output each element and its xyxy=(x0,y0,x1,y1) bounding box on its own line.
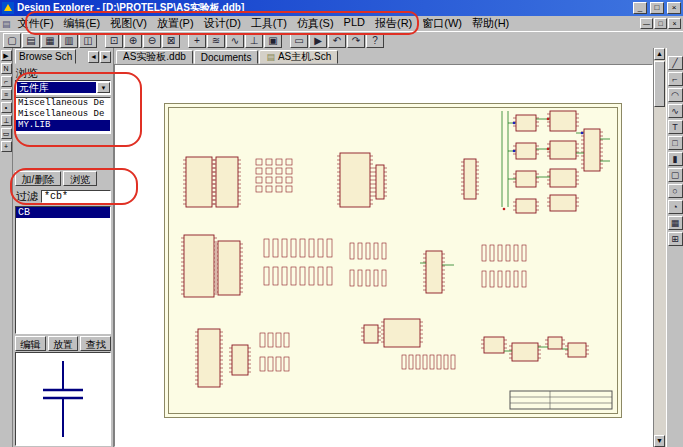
content-area: ▶N⌐≡•⊥▭+ Browse Sch ◄ ► 浏览 元件库 ▼ Miscell… xyxy=(0,48,683,447)
ellipse-tool-icon[interactable]: ○ xyxy=(668,184,683,198)
schematic-canvas[interactable] xyxy=(114,64,653,447)
add-remove-button[interactable]: 加/删除 xyxy=(15,171,61,186)
menu-item-9[interactable]: 报告(R) xyxy=(370,16,417,31)
component-actions: 编辑放置查找 xyxy=(15,336,111,351)
library-list-item[interactable]: MY.LIB xyxy=(16,120,110,131)
library-type-dropdown[interactable]: 元件库 ▼ xyxy=(15,80,111,95)
tab-browse-sch[interactable]: Browse Sch xyxy=(15,49,76,64)
scrollbar-thumb[interactable] xyxy=(654,61,665,107)
net-label-icon[interactable]: N xyxy=(1,63,12,74)
simulate-icon[interactable]: ▶ xyxy=(309,33,327,48)
edit-button[interactable]: 编辑 xyxy=(15,336,46,351)
place-button[interactable]: 放置 xyxy=(48,336,79,351)
zoom-all-icon[interactable]: ⊠ xyxy=(162,33,180,48)
new-document-icon[interactable]: ▢ xyxy=(3,33,21,48)
minimize-button[interactable]: _ xyxy=(633,2,647,14)
scroll-up-icon[interactable]: ▲ xyxy=(654,48,665,60)
maximize-button[interactable]: □ xyxy=(650,2,664,14)
library-list-item[interactable]: Miscellaneous De xyxy=(16,109,110,120)
line-tool-icon[interactable]: ╱ xyxy=(668,56,683,70)
component-list[interactable]: CB xyxy=(15,206,111,334)
editor-area: AS实验板.ddbDocuments▤AS主机.Sch xyxy=(114,48,653,447)
arc-tool-icon[interactable]: ◠ xyxy=(668,88,683,102)
polyline-tool-icon[interactable]: ⌐ xyxy=(668,72,683,86)
library-list-item[interactable]: Miscellaneous De xyxy=(16,98,110,109)
tab-label: AS实验板.ddb xyxy=(123,50,186,64)
toolbar-separator xyxy=(181,33,187,48)
menu-item-1[interactable]: 文件(F) xyxy=(13,16,59,31)
part-icon[interactable]: ▣ xyxy=(264,33,282,48)
tab-1[interactable]: AS实验板.ddb xyxy=(116,50,193,64)
zoom-window-icon[interactable]: ⊡ xyxy=(105,33,123,48)
menu-item-2[interactable]: 编辑(E) xyxy=(59,16,106,31)
find-button[interactable]: 查找 xyxy=(80,336,111,351)
filled-rect-tool-icon[interactable]: ▮ xyxy=(668,152,683,166)
child-restore-icon[interactable]: □ xyxy=(654,18,667,29)
redo-icon[interactable]: ↷ xyxy=(347,33,365,48)
menu-item-3[interactable]: 视图(V) xyxy=(105,16,152,31)
wire-icon[interactable]: ⌐ xyxy=(1,76,12,87)
menu-item-7[interactable]: 仿真(S) xyxy=(292,16,339,31)
menu-item-6[interactable]: 工具(T) xyxy=(246,16,292,31)
menu-item-4[interactable]: 放置(P) xyxy=(152,16,199,31)
browse-sch-panel: Browse Sch ◄ ► 浏览 元件库 ▼ Miscellaneous De… xyxy=(13,48,114,447)
schematic-sheet-svg xyxy=(164,103,622,418)
menu-item-8[interactable]: PLD xyxy=(339,16,370,31)
cursor-icon[interactable]: ▶ xyxy=(1,50,12,61)
undo-icon[interactable]: ↶ xyxy=(328,33,346,48)
filter-label: 过滤 xyxy=(16,189,38,204)
sheet-symbol-icon[interactable]: ▭ xyxy=(290,33,308,48)
browse-label: 浏览 xyxy=(16,66,111,79)
print-preview-icon[interactable]: ◫ xyxy=(79,33,97,48)
probe-icon[interactable]: + xyxy=(1,141,12,152)
part-browse-icon[interactable]: ▭ xyxy=(1,128,12,139)
spline-tool-icon[interactable]: ∿ xyxy=(668,104,683,118)
text-tool-icon[interactable]: T xyxy=(668,120,683,134)
print-icon[interactable]: ▥ xyxy=(60,33,78,48)
open-folder-icon[interactable]: ▤ xyxy=(22,33,40,48)
app-icon xyxy=(2,2,14,14)
tab-2[interactable]: Documents xyxy=(194,50,259,64)
menu-item-5[interactable]: 设计(D) xyxy=(199,16,246,31)
close-button[interactable]: × xyxy=(667,2,681,14)
graph-tool-icon[interactable]: ▦ xyxy=(668,216,683,230)
round-rect-tool-icon[interactable]: ▢ xyxy=(668,168,683,182)
power-port-icon[interactable]: ⊥ xyxy=(1,115,12,126)
drawing-tools-icon[interactable]: ∿ xyxy=(226,33,244,48)
main-toolbar: ▢▤▦▥◫⊡⊕⊖⊠+≋∿⊥▣▭▶↶↷? xyxy=(0,31,683,48)
panel-scroll-left-icon[interactable]: ◄ xyxy=(88,51,99,63)
toolbar-separator xyxy=(283,33,289,48)
child-minimize-icon[interactable]: — xyxy=(640,18,653,29)
child-close-icon[interactable]: × xyxy=(668,18,681,29)
zoom-out-icon[interactable]: ⊖ xyxy=(143,33,161,48)
sheet-icon: ▤ xyxy=(266,52,275,62)
wiring-tools-icon[interactable]: ≋ xyxy=(207,33,225,48)
cross-probe-icon[interactable]: + xyxy=(188,33,206,48)
tab-3[interactable]: ▤AS主机.Sch xyxy=(259,50,338,64)
chevron-down-icon[interactable]: ▼ xyxy=(97,82,110,93)
menu-item-10[interactable]: 窗口(W) xyxy=(417,16,467,31)
panel-scroll-right-icon[interactable]: ► xyxy=(100,51,111,63)
filter-input[interactable]: *cb* xyxy=(41,190,111,203)
menu-item-11[interactable]: 帮助(H) xyxy=(467,16,514,31)
pie-tool-icon[interactable]: ◔ xyxy=(668,200,683,214)
rectangle-tool-icon[interactable]: □ xyxy=(668,136,683,150)
zoom-in-icon[interactable]: ⊕ xyxy=(124,33,142,48)
drawing-toolbar: ╱⌐◠∿T□▮▢○◔▦⊞ xyxy=(666,48,683,447)
scroll-down-icon[interactable]: ▼ xyxy=(654,435,665,447)
document-tabs: AS实验板.ddbDocuments▤AS主机.Sch xyxy=(114,48,653,64)
power-port-icon[interactable]: ⊥ xyxy=(245,33,263,48)
panel-header: Browse Sch ◄ ► xyxy=(15,49,111,64)
toolbar-separator xyxy=(98,33,104,48)
array-paste-tool-icon[interactable]: ⊞ xyxy=(668,232,683,246)
help-icon[interactable]: ? xyxy=(366,33,384,48)
junction-icon[interactable]: • xyxy=(1,102,12,113)
library-list[interactable]: Miscellaneous DeMiscellaneous DeMY.LIB xyxy=(15,97,111,134)
bus-icon[interactable]: ≡ xyxy=(1,89,12,100)
menu-bar: ▤ 文件(F)编辑(E)视图(V)放置(P)设计(D)工具(T)仿真(S)PLD… xyxy=(0,16,683,31)
browse-button[interactable]: 浏览 xyxy=(63,171,97,186)
tab-label: AS主机.Sch xyxy=(278,50,331,64)
save-icon[interactable]: ▦ xyxy=(41,33,59,48)
vertical-scrollbar[interactable]: ▲ ▼ xyxy=(653,48,666,447)
component-list-item[interactable]: CB xyxy=(16,207,110,218)
